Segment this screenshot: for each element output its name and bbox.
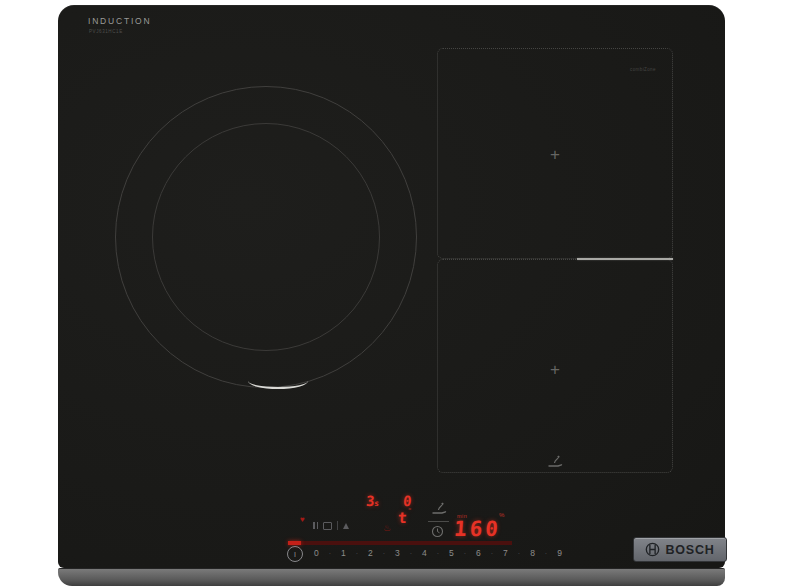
power-level-row[interactable]: 0·1·2·3·4·5·6·7·8·9 — [314, 548, 562, 558]
timer-setup-display: 3s — [366, 494, 380, 508]
panel-divider-line — [428, 521, 449, 522]
level-separator: · — [329, 550, 331, 557]
power-level-3[interactable]: 3 — [395, 548, 400, 558]
bosch-wordmark: BOSCH — [665, 543, 714, 557]
level-separator: · — [383, 550, 385, 557]
plus-marker-lower: + — [546, 360, 564, 380]
model-code: PVJ631HC1E — [89, 29, 123, 34]
front-metal-edge — [58, 568, 725, 586]
level-separator: · — [464, 550, 466, 557]
lock-icon[interactable] — [323, 522, 332, 530]
pause-icon[interactable] — [313, 522, 318, 529]
heat-indicator-icon: ♥ — [300, 516, 305, 524]
level-separator: · — [356, 550, 358, 557]
power-symbol: I — [294, 551, 296, 558]
combizone-label: combiZone — [616, 67, 670, 72]
temp-indicator-display: t¨ — [397, 509, 412, 526]
pan-transfer-button[interactable] — [430, 499, 448, 517]
left-zone-front-marker — [248, 373, 308, 389]
power-level-2[interactable]: 2 — [368, 548, 373, 558]
plus-marker-upper: + — [546, 145, 564, 165]
power-slider-strip[interactable] — [288, 541, 512, 545]
level-separator: · — [518, 550, 520, 557]
power-level-8[interactable]: 8 — [530, 548, 535, 558]
level-separator: · — [437, 550, 439, 557]
power-level-7[interactable]: 7 — [503, 548, 508, 558]
bosch-logo-plate: BOSCH — [633, 537, 727, 562]
move-pan-icon — [546, 452, 564, 470]
power-level-4[interactable]: 4 — [422, 548, 427, 558]
power-level-5[interactable]: 5 — [449, 548, 454, 558]
product-photo: INDUCTION PVJ631HC1E combiZone + + ♥ — [0, 0, 786, 587]
level-separator: · — [545, 550, 547, 557]
level-separator: · — [491, 550, 493, 557]
power-button[interactable]: I — [287, 546, 303, 562]
induction-label: INDUCTION — [88, 16, 151, 26]
power-level-1[interactable]: 1 — [341, 548, 346, 558]
flex-zone-divider-highlight — [577, 258, 673, 260]
cluster-divider — [337, 521, 338, 530]
level-display: 0 — [403, 494, 412, 508]
power-level-9[interactable]: 9 — [557, 548, 562, 558]
timer-clock-button[interactable] — [431, 525, 444, 538]
bosch-anchor-icon — [645, 542, 660, 557]
power-level-0[interactable]: 0 — [314, 548, 319, 558]
power-level-6[interactable]: 6 — [476, 548, 481, 558]
slider-active-segment — [288, 541, 301, 545]
function-key-cluster — [313, 520, 349, 531]
level-separator: · — [410, 550, 412, 557]
left-zone-inner-ring — [152, 123, 380, 351]
cooktop-glass: INDUCTION PVJ631HC1E combiZone + + ♥ — [58, 5, 725, 568]
keep-warm-icon: ♨ — [383, 524, 391, 533]
boost-icon[interactable] — [343, 523, 349, 529]
timer-value-display: 160 — [453, 519, 501, 540]
